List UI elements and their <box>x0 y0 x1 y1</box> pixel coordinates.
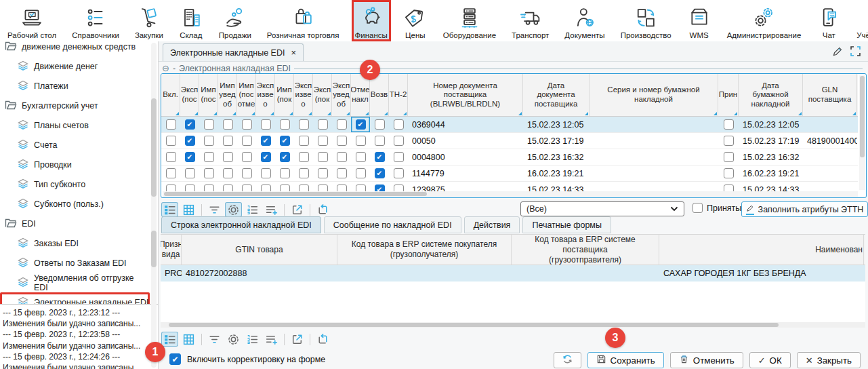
row-checkbox[interactable] <box>242 168 252 178</box>
filter-icon[interactable] <box>206 202 223 217</box>
row-checkbox[interactable] <box>261 168 271 178</box>
row-checkbox[interactable] <box>261 119 271 130</box>
filter-icon[interactable] <box>206 332 223 347</box>
row-checkbox[interactable] <box>223 168 233 178</box>
row-checkbox[interactable] <box>356 136 366 146</box>
pencil-icon[interactable] <box>832 45 844 57</box>
settings-icon[interactable] <box>225 332 242 347</box>
row-checkbox[interactable] <box>375 168 385 178</box>
column-header[interactable]: Призн вида <box>161 235 182 265</box>
button-close[interactable]: ✕Закрыть <box>797 352 861 368</box>
list-view-icon[interactable] <box>161 202 178 217</box>
button-trash[interactable]: Отменить <box>670 352 743 368</box>
nav-item-truck[interactable]: Транспорт <box>508 0 552 41</box>
row-checkbox[interactable] <box>299 152 309 162</box>
button-check[interactable]: ✓ОК <box>749 352 791 368</box>
nav-item-retail[interactable]: Розничная торговля <box>264 0 343 41</box>
row-checkbox[interactable] <box>318 152 328 162</box>
column-header[interactable]: Эксп увед об <box>332 74 351 116</box>
tree-item[interactable]: Тип субконто <box>0 174 150 194</box>
column-header[interactable]: Эксп изве о <box>256 74 275 116</box>
expand-icon[interactable] <box>850 45 861 57</box>
row-checkbox[interactable] <box>375 119 385 130</box>
tree-item[interactable]: Проводки <box>0 155 150 174</box>
detail-tab[interactable]: Строка электронной накладной EDI <box>161 216 321 233</box>
nav-item-piggy[interactable]: Финансы <box>352 0 391 41</box>
scrollbar-thumb[interactable] <box>151 98 157 197</box>
tree-item[interactable]: Планы счетов <box>0 115 150 135</box>
row-checkbox[interactable] <box>223 119 233 130</box>
row-checkbox[interactable] <box>394 119 404 130</box>
scrollbar-thumb[interactable] <box>169 323 779 327</box>
accepted-checkbox[interactable] <box>724 168 734 178</box>
numbered-list-icon[interactable] <box>244 202 261 217</box>
row-checkbox[interactable] <box>375 136 385 146</box>
row-checkbox[interactable] <box>166 136 176 146</box>
row-checkbox[interactable] <box>204 119 214 130</box>
accepted-checkbox[interactable] <box>724 136 734 146</box>
nav-item-catalog[interactable]: Справочники <box>68 0 123 41</box>
nav-item-sales[interactable]: Продажи <box>215 0 255 41</box>
row-checkbox[interactable] <box>299 168 309 178</box>
invoices-vertical-scrollbar[interactable] <box>859 75 865 190</box>
row-checkbox[interactable] <box>261 152 271 162</box>
row-checkbox[interactable] <box>318 119 328 130</box>
row-checkbox[interactable] <box>394 152 404 162</box>
enable-correction-checkbox[interactable] <box>169 353 181 365</box>
invoice-row[interactable]: 000480015.02.23 16:3215.02.23 16:32 <box>161 149 858 166</box>
column-header[interactable]: Дата бумажной накладной <box>739 74 803 116</box>
row-checkbox[interactable] <box>337 152 347 162</box>
list-view-icon[interactable] <box>161 332 178 347</box>
reload-icon[interactable] <box>314 332 331 347</box>
sidebar-scrollbar[interactable] <box>151 43 157 368</box>
tree-item[interactable]: Платежи <box>0 76 150 96</box>
button-save[interactable]: Сохранить <box>587 352 664 368</box>
row-checkbox[interactable] <box>356 119 366 130</box>
invoice-row[interactable]: 0005015.02.23 17:1915.02.23 17:194819000… <box>161 133 858 149</box>
grid-view-icon[interactable] <box>180 332 197 347</box>
nav-item-server[interactable]: Оборудование <box>440 0 499 41</box>
column-header[interactable]: Отме накл <box>351 74 370 116</box>
nav-item-box[interactable]: WMS <box>684 0 715 41</box>
row-checkbox[interactable] <box>185 136 195 146</box>
open-external-icon[interactable] <box>289 332 306 347</box>
row-checkbox[interactable] <box>280 168 290 178</box>
row-checkbox[interactable] <box>356 168 366 178</box>
open-external-icon[interactable] <box>289 202 306 217</box>
column-header[interactable]: Эксп (пос <box>180 74 199 116</box>
numbered-list-icon[interactable] <box>244 332 261 347</box>
filter-combobox[interactable]: (Все) <box>520 201 684 216</box>
accepted-checkbox[interactable] <box>724 152 734 162</box>
row-checkbox[interactable] <box>280 152 290 162</box>
column-header[interactable]: GTIN товара <box>182 235 337 265</box>
column-header[interactable]: Вкл. <box>161 74 180 116</box>
grid-view-icon[interactable] <box>180 202 197 217</box>
column-header[interactable]: Наименован <box>659 235 864 265</box>
invoices-horizontal-scrollbar[interactable] <box>163 191 858 197</box>
column-header[interactable]: Имп (пос <box>199 74 218 116</box>
tree-item[interactable]: Бухгалтерский учет <box>0 96 150 115</box>
fill-ettn-attributes-button[interactable]: Заполнить атрибуты ЭТТН <box>741 201 868 217</box>
nav-item-desktop[interactable]: Рабочий стол <box>4 0 60 41</box>
column-header[interactable]: Серия и номер бумажной накладной <box>590 74 718 116</box>
column-header[interactable]: Код товара в ERP системе покупателя (гру… <box>337 235 512 265</box>
column-header[interactable]: Дата документа поставщика <box>523 74 590 116</box>
nav-item-trolley[interactable]: Закупки <box>131 0 167 41</box>
row-checkbox[interactable] <box>394 168 404 178</box>
accepted-checkbox[interactable] <box>724 119 734 130</box>
scrollbar-thumb[interactable] <box>860 76 865 157</box>
nav-item-chat[interactable]: Чат <box>813 0 844 41</box>
accepted-checkbox[interactable] <box>693 203 703 213</box>
row-checkbox[interactable] <box>375 152 385 162</box>
row-checkbox[interactable] <box>299 119 309 130</box>
row-checkbox[interactable] <box>337 119 347 130</box>
column-header[interactable]: Код товара в ERP системе поставщика (гру… <box>512 235 659 265</box>
row-checkbox[interactable] <box>204 168 214 178</box>
tree-item[interactable]: движение денежных средств <box>0 41 150 56</box>
tree-item[interactable]: Уведомления об отгрузке EDI <box>0 273 150 292</box>
nav-item-user-lock[interactable]: Учётная запись <box>853 0 868 41</box>
tab-close-icon[interactable]: × <box>291 47 296 58</box>
row-checkbox[interactable] <box>299 136 309 146</box>
collapse-icon[interactable]: ⊖ <box>162 64 169 73</box>
column-header[interactable]: Номер документа поставщика (BLRWBL/BLRDL… <box>408 74 523 116</box>
